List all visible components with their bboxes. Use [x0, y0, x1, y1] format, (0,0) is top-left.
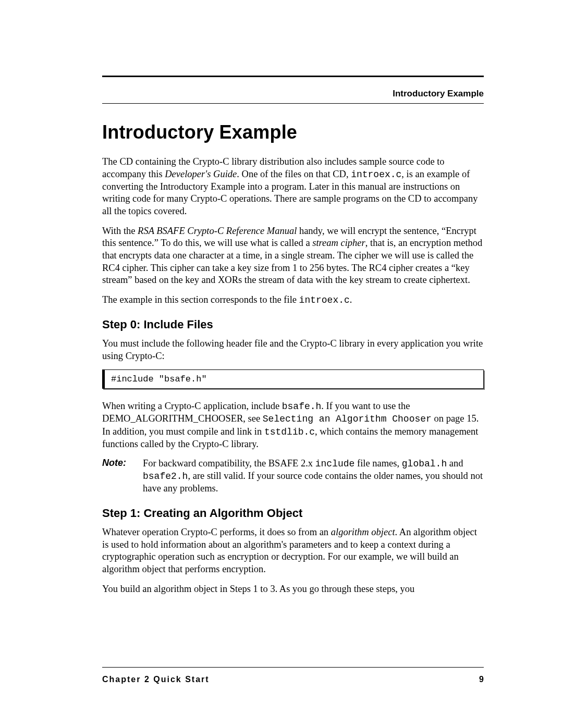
code-block: #include "bsafe.h" — [102, 369, 484, 389]
text: Whatever operation Crypto-C performs, it… — [102, 527, 331, 537]
text: . — [350, 294, 352, 305]
text-italic: RSA BSAFE Crypto-C Reference Manual — [138, 226, 297, 236]
top-rule — [102, 76, 484, 77]
step0-paragraph-2: When writing a Crypto-C application, inc… — [102, 400, 484, 450]
thin-rule-top — [102, 103, 484, 104]
code-inline: tstdlib.c — [264, 427, 315, 437]
running-head: Introductory Example — [102, 89, 484, 99]
step0-paragraph: You must include the following header fi… — [102, 338, 484, 362]
page-footer: Chapter 2 Quick Start 9 — [102, 667, 484, 684]
code-inline: global.h — [402, 459, 447, 469]
text: For backward compatibility, the BSAFE 2.… — [143, 458, 315, 468]
note-label: Note: — [102, 458, 143, 495]
step0-heading: Step 0: Include Files — [102, 318, 484, 331]
text: file names, — [354, 458, 401, 468]
intro-paragraph-1: The CD containing the Crypto-C library d… — [102, 156, 484, 218]
step1-paragraph-2: You build an algorithm object in Steps 1… — [102, 583, 484, 596]
footer-page-number: 9 — [479, 675, 484, 684]
intro-paragraph-3: The example in this section corresponds … — [102, 294, 484, 306]
text-italic: algorithm object — [331, 527, 395, 537]
intro-paragraph-2: With the RSA BSAFE Crypto-C Reference Ma… — [102, 225, 484, 287]
note-body: For backward compatibility, the BSAFE 2.… — [143, 458, 484, 495]
footer-row: Chapter 2 Quick Start 9 — [102, 675, 484, 684]
code-inline: include — [315, 459, 355, 469]
code-inline: bsafe.h — [282, 401, 322, 412]
text: . One of the files on that CD, — [237, 169, 351, 179]
code-inline: bsafe2.h — [143, 471, 188, 482]
code-inline: introex.c — [351, 169, 401, 180]
step1-heading: Step 1: Creating an Algorithm Object — [102, 507, 484, 520]
text: , are still valid. If your source code c… — [143, 471, 483, 493]
code-inline: Selecting an Algorithm Chooser — [263, 414, 432, 424]
step1-paragraph-1: Whatever operation Crypto-C performs, it… — [102, 526, 484, 576]
text: The example in this section corresponds … — [102, 294, 299, 305]
text: and — [447, 458, 463, 468]
page-title: Introductory Example — [102, 121, 484, 143]
text-italic: Developer's Guide — [165, 169, 237, 179]
code-inline: introex.c — [299, 295, 350, 305]
text-italic: stream cipher — [312, 238, 365, 248]
thin-rule-bottom — [102, 667, 484, 668]
note-block: Note: For backward compatibility, the BS… — [102, 458, 484, 495]
document-page: Introductory Example Introductory Exampl… — [0, 0, 563, 728]
footer-chapter: Chapter 2 Quick Start — [102, 675, 210, 684]
text: With the — [102, 226, 138, 236]
text: When writing a Crypto-C application, inc… — [102, 401, 282, 411]
